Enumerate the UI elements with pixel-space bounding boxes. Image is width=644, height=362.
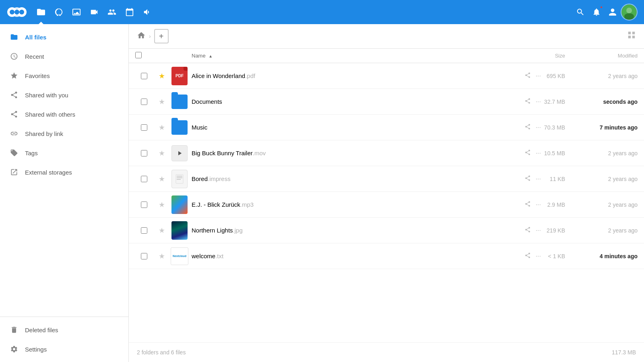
home-breadcrumb[interactable] [137, 31, 146, 42]
table-row[interactable]: ★ Nextcloud welcome.txt ··· < 1 KB 4 min… [129, 243, 644, 269]
row-checkbox[interactable] [135, 227, 153, 234]
video-app-icon[interactable] [85, 3, 103, 21]
table-header: Name ▲ Size Modified [129, 49, 644, 63]
share-action-icon[interactable] [524, 72, 531, 80]
files-app-icon[interactable] [32, 3, 50, 21]
audio-app-icon[interactable] [138, 3, 156, 21]
table-row[interactable]: ★ Music ··· 70.3 MB 7 minutes ago [129, 115, 644, 140]
sidebar-item-recent[interactable]: Recent [0, 47, 128, 66]
star-icon [10, 72, 19, 80]
row-star[interactable]: ★ [153, 149, 171, 158]
footer-summary: 2 folders and 6 files [137, 349, 186, 356]
gear-icon [10, 345, 19, 353]
new-file-button[interactable]: + [154, 29, 169, 43]
more-action-icon[interactable]: ··· [536, 253, 541, 260]
sidebar-item-all-files[interactable]: All files [0, 27, 128, 47]
more-action-icon[interactable]: ··· [536, 175, 541, 183]
user-icon[interactable] [605, 4, 621, 20]
more-action-icon[interactable]: ··· [536, 150, 541, 157]
sidebar-item-shared-by-link[interactable]: Shared by link [0, 124, 128, 143]
sidebar: All files Recent Favorites Shared with y… [0, 24, 129, 362]
view-toggle[interactable] [627, 31, 636, 42]
row-actions: ··· [517, 98, 541, 106]
svg-rect-12 [177, 179, 181, 180]
row-star[interactable]: ★ [153, 123, 171, 132]
calendar-app-icon[interactable] [121, 3, 138, 21]
share-action-icon[interactable] [524, 201, 531, 209]
row-checkbox[interactable] [135, 202, 153, 208]
grid-view-icon[interactable] [627, 31, 636, 41]
row-size: < 1 KB [541, 253, 565, 259]
row-actions: ··· [517, 201, 541, 209]
sidebar-item-settings[interactable]: Settings [0, 339, 128, 359]
sidebar-item-label: Shared by link [25, 130, 63, 137]
share-action-icon[interactable] [524, 175, 531, 183]
table-row[interactable]: ★ PDF Alice in Wonderland.pdf ··· 695 KB… [129, 63, 644, 89]
row-size: 2.9 MB [541, 202, 565, 208]
activity-app-icon[interactable] [50, 3, 68, 21]
mp3-thumbnail [171, 195, 188, 214]
table-row[interactable]: ★ Big Buck Bunny Trailer.mov ··· 10.5 MB [129, 140, 644, 166]
sidebar-item-label: Deleted files [25, 327, 58, 333]
sidebar-item-external-storages[interactable]: External storages [0, 162, 128, 182]
row-checkbox[interactable] [135, 124, 153, 131]
search-icon[interactable] [572, 4, 588, 20]
size-column-header[interactable]: Size [541, 53, 565, 59]
gallery-app-icon[interactable] [68, 3, 85, 21]
more-action-icon[interactable]: ··· [536, 98, 541, 105]
table-row[interactable]: ★ E.J. - Blick Zurück.mp3 ··· 2.9 MB 2 y… [129, 192, 644, 218]
footer-total-size: 117.3 MB [612, 349, 636, 356]
row-icon [171, 221, 188, 240]
select-all-checkbox[interactable] [135, 52, 153, 60]
modified-column-header[interactable]: Modified [565, 53, 638, 59]
row-checkbox[interactable] [135, 73, 153, 79]
share-action-icon[interactable] [524, 123, 531, 132]
row-star[interactable]: ★ [153, 97, 171, 106]
row-modified: 7 minutes ago [565, 124, 638, 131]
more-action-icon[interactable]: ··· [536, 124, 541, 131]
table-row[interactable]: ★ Northern Lights.jpg ··· 219 KB 2 years… [129, 218, 644, 243]
avatar-icon[interactable] [621, 4, 638, 21]
video-icon [171, 145, 188, 161]
sidebar-item-deleted-files[interactable]: Deleted files [0, 320, 128, 339]
notifications-icon[interactable] [588, 4, 605, 20]
sidebar-item-shared-with-you[interactable]: Shared with you [0, 85, 128, 105]
more-action-icon[interactable]: ··· [536, 201, 541, 208]
share-action-icon[interactable] [524, 252, 531, 260]
row-icon [171, 95, 188, 109]
share-action-icon[interactable] [524, 226, 531, 234]
name-column-header[interactable]: Name ▲ [188, 53, 517, 59]
breadcrumb-separator: › [149, 33, 151, 39]
more-action-icon[interactable]: ··· [536, 72, 541, 80]
nextcloud-logo[interactable] [6, 5, 27, 19]
share-action-icon[interactable] [524, 149, 531, 157]
row-star[interactable]: ★ [153, 175, 171, 183]
sidebar-item-tags[interactable]: Tags [0, 143, 128, 162]
row-actions: ··· [517, 226, 541, 234]
people-app-icon[interactable] [103, 3, 121, 21]
row-checkbox[interactable] [135, 150, 153, 156]
table-row[interactable]: ★ Bored.impress [129, 166, 644, 192]
row-checkbox[interactable] [135, 176, 153, 182]
folder-icon [171, 120, 188, 135]
row-star[interactable]: ★ [153, 200, 171, 209]
share-action-icon[interactable] [524, 98, 531, 106]
row-name: Alice in Wonderland.pdf [188, 72, 517, 79]
svg-rect-10 [177, 176, 182, 177]
more-action-icon[interactable]: ··· [536, 227, 541, 234]
row-name: welcome.txt [188, 253, 517, 259]
sidebar-item-label: Tags [25, 150, 38, 156]
row-star[interactable]: ★ [153, 72, 171, 80]
jpg-thumbnail [171, 221, 188, 240]
link-icon [10, 130, 19, 138]
row-star[interactable]: ★ [153, 252, 171, 261]
sidebar-item-favorites[interactable]: Favorites [0, 66, 128, 85]
breadcrumb-bar: › + [129, 24, 644, 49]
row-checkbox[interactable] [135, 253, 153, 259]
table-row[interactable]: ★ Documents ··· 32.7 MB seconds ago [129, 89, 644, 115]
row-star[interactable]: ★ [153, 226, 171, 235]
row-checkbox[interactable] [135, 99, 153, 105]
sidebar-item-shared-with-others[interactable]: Shared with others [0, 105, 128, 124]
row-size: 695 KB [541, 73, 565, 79]
row-size: 11 KB [541, 176, 565, 182]
